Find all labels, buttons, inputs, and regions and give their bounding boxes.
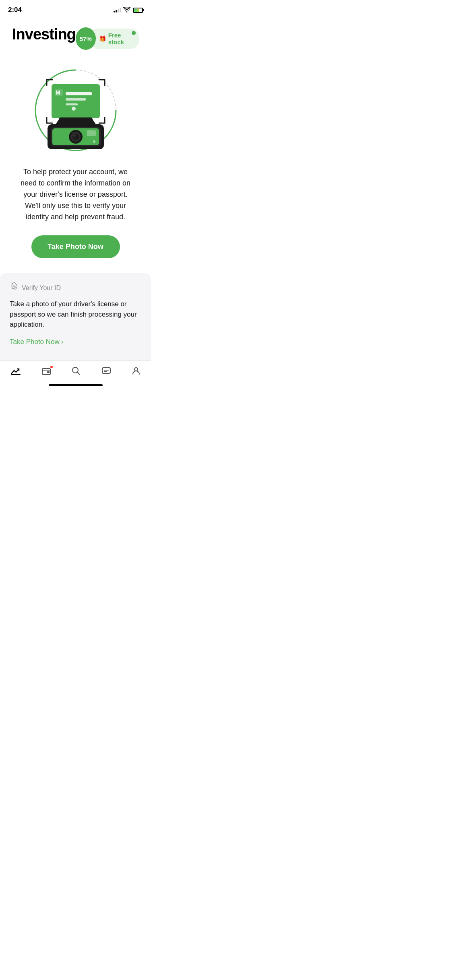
- notification-card: Verify Your ID Take a photo of your driv…: [0, 273, 151, 360]
- free-stock-pill: 🎁 Free stock: [89, 29, 139, 49]
- svg-point-6: [72, 107, 76, 111]
- svg-rect-2: [66, 98, 86, 101]
- svg-rect-14: [87, 130, 96, 136]
- wifi-icon: [123, 7, 130, 14]
- svg-point-15: [93, 140, 95, 143]
- page-header: Investing 57% 🎁 Free stock: [12, 26, 139, 50]
- svg-line-21: [77, 372, 80, 375]
- gift-icon: 🎁: [99, 35, 106, 42]
- status-time: 2:04: [8, 6, 22, 14]
- notification-link-text: Take Photo Now: [10, 338, 60, 346]
- free-stock-text: Free stock: [108, 32, 134, 45]
- illustration-svg: M: [19, 62, 132, 154]
- main-content: Investing 57% 🎁 Free stock M: [0, 18, 151, 258]
- profile-icon: [132, 366, 141, 375]
- fingerprint-icon: [10, 282, 19, 293]
- portfolio-icon: [10, 366, 21, 375]
- notification-body: Take a photo of your driver's license or…: [10, 299, 141, 330]
- svg-rect-1: [66, 92, 92, 95]
- home-bar: [49, 384, 103, 386]
- battery-icon: ⚡: [133, 8, 143, 13]
- description-text: To help protect your account, we need to…: [12, 167, 139, 222]
- svg-rect-19: [47, 371, 50, 373]
- svg-rect-16: [59, 117, 93, 125]
- notification-link[interactable]: Take Photo Now ›: [10, 338, 141, 346]
- svg-point-13: [73, 134, 76, 137]
- nav-item-portfolio[interactable]: [4, 365, 27, 377]
- bottom-nav: [0, 360, 151, 379]
- take-photo-button[interactable]: Take Photo Now: [31, 235, 120, 258]
- illustration: M: [12, 62, 139, 154]
- nav-item-messages[interactable]: [95, 365, 118, 377]
- svg-text:M: M: [56, 89, 60, 96]
- messages-icon: [101, 366, 111, 375]
- notification-title: Verify Your ID: [22, 284, 61, 292]
- chevron-right-icon: ›: [61, 338, 64, 346]
- nav-item-profile[interactable]: [125, 365, 147, 377]
- svg-point-12: [72, 134, 79, 140]
- page-title: Investing: [12, 26, 76, 43]
- free-stock-dot: [132, 31, 136, 35]
- signal-icon: [114, 8, 121, 12]
- wallet-badge: [50, 365, 54, 369]
- svg-point-25: [134, 368, 138, 371]
- percentage-bubble: 57%: [76, 27, 96, 50]
- nav-item-wallet[interactable]: [35, 365, 58, 377]
- search-icon: [72, 366, 81, 375]
- svg-rect-3: [66, 103, 78, 105]
- notification-header: Verify Your ID: [10, 282, 141, 293]
- status-icons: ⚡: [114, 7, 143, 14]
- free-stock-badge: 57% 🎁 Free stock: [76, 27, 139, 50]
- status-bar: 2:04 ⚡: [0, 0, 151, 18]
- nav-item-search[interactable]: [65, 365, 87, 377]
- home-indicator: [0, 379, 151, 392]
